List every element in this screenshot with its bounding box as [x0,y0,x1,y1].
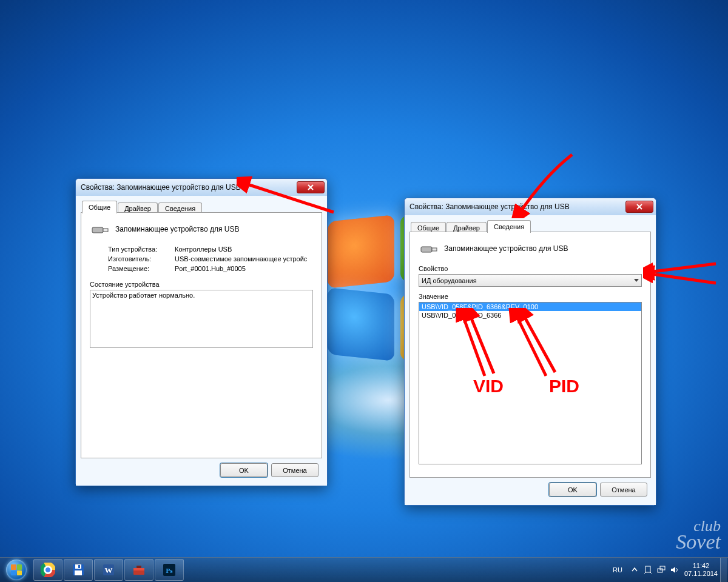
clock-time: 11:42 [684,562,718,570]
usb-device-icon [419,241,439,256]
property-dropdown[interactable]: ИД оборудования [419,274,642,287]
device-status-text[interactable] [90,290,313,348]
device-name: Запоминающее устройство для USB [444,244,568,253]
chrome-icon [41,563,55,577]
taskbar-button-toolbox[interactable] [124,559,153,581]
show-desktop-button[interactable] [720,558,727,582]
tab-strip: Общие Драйвер Сведения [81,199,322,213]
ok-button[interactable]: OK [549,483,596,497]
dialog-button-row: OK Отмена [81,458,322,481]
tab-pane: Запоминающее устройство для USB Свойство… [410,232,651,478]
taskbar-button-word[interactable]: W [94,559,123,581]
wallpaper-logo-leaf [328,215,394,289]
clock-date: 07.11.2014 [684,570,718,578]
tray-volume-icon[interactable] [670,565,679,575]
svg-rect-3 [432,248,437,251]
tray-network-icon[interactable] [656,565,666,575]
language-indicator[interactable]: RU [609,564,626,575]
word-icon: W [101,563,116,577]
cancel-button[interactable]: Отмена [600,483,647,497]
device-name: Запоминающее устройство для USB [115,225,239,233]
watermark-line: Sovet [676,530,721,553]
window-title: Свойства: Запоминающее устройство для US… [410,202,625,211]
dialog-body: Общие Драйвер Сведения Запоминающее устр… [76,196,327,486]
dialog-button-row: OK Отмена [410,478,651,500]
properties-dialog-general[interactable]: Свойства: Запоминающее устройство для US… [75,178,328,486]
properties-dialog-details[interactable]: Свойства: Запоминающее устройство для US… [404,198,656,506]
property-dropdown-value: ИД оборудования [422,277,477,284]
tab-pane: Запоминающее устройство для USB Тип устр… [81,212,322,458]
start-button[interactable] [0,558,33,582]
taskbar-button-chrome[interactable] [33,559,62,581]
usb-device-icon [90,221,110,237]
cancel-button[interactable]: Отмена [271,463,318,477]
close-icon [636,204,642,210]
ok-button[interactable]: OK [220,463,268,477]
device-info-grid: Тип устройства: Контроллеры USB Изготови… [108,246,313,272]
device-type-value: Контроллеры USB [175,246,313,253]
svg-rect-27 [645,566,650,572]
location-value: Port_#0001.Hub_#0005 [175,265,313,272]
manufacturer-value: USB-совместимое запоминающее устройс [175,255,313,263]
device-status-label: Состояние устройства [90,281,313,288]
svg-text:Ps: Ps [166,567,174,574]
desktop: Свойства: Запоминающее устройство для US… [0,0,728,582]
svg-text:W: W [105,566,113,575]
value-label: Значение [419,293,642,300]
svg-rect-1 [103,229,108,232]
tab-details[interactable]: Сведения [487,220,531,233]
tray-show-hidden-icon[interactable] [630,565,639,575]
svg-rect-19 [78,565,80,568]
titlebar[interactable]: Свойства: Запоминающее устройство для US… [405,198,656,215]
svg-rect-23 [133,568,144,570]
svg-rect-18 [75,570,82,575]
property-label: Свойство [419,265,642,272]
svg-line-5 [648,264,716,272]
list-item[interactable]: USB\VID_058F&PID_6366&REV_0100 [419,303,641,311]
tab-general[interactable]: Общие [82,201,117,213]
dialog-body: Общие Драйвер Сведения Запоминающее устр… [405,215,656,505]
location-label: Размещение: [108,265,175,272]
tab-strip: Общие Драйвер Сведения [410,219,651,232]
taskbar-button-save[interactable] [64,559,93,581]
taskbar[interactable]: W Ps RU 11:42 07.11.2014 [0,557,728,582]
toolbox-icon [132,563,146,577]
taskbar-button-photoshop[interactable]: Ps [155,559,184,581]
close-button[interactable] [625,201,653,213]
close-icon [308,184,314,190]
list-item[interactable]: USB\VID_058F&PID_6366 [419,311,641,319]
device-type-label: Тип устройства: [108,246,175,253]
svg-rect-24 [136,566,141,568]
titlebar[interactable]: Свойства: Запоминающее устройство для US… [76,179,327,196]
svg-rect-0 [92,227,103,233]
floppy-disk-icon [71,563,86,577]
close-button[interactable] [297,181,325,193]
windows-logo-icon [6,560,27,580]
system-tray: RU 11:42 07.11.2014 [609,558,728,582]
watermark-line: club [693,517,721,535]
svg-point-15 [46,567,51,573]
tray-action-center-icon[interactable] [643,565,653,575]
photoshop-icon: Ps [162,563,177,577]
watermark: club Sovet [676,519,721,552]
tray-icons [630,565,679,575]
window-title: Свойства: Запоминающее устройство для US… [81,183,297,192]
taskbar-clock[interactable]: 11:42 07.11.2014 [684,562,718,577]
svg-rect-2 [421,247,432,252]
svg-line-6 [648,273,716,283]
wallpaper-logo-leaf [328,287,394,361]
value-listbox[interactable]: USB\VID_058F&PID_6366&REV_0100 USB\VID_0… [419,302,642,464]
manufacturer-label: Изготовитель: [108,255,175,263]
